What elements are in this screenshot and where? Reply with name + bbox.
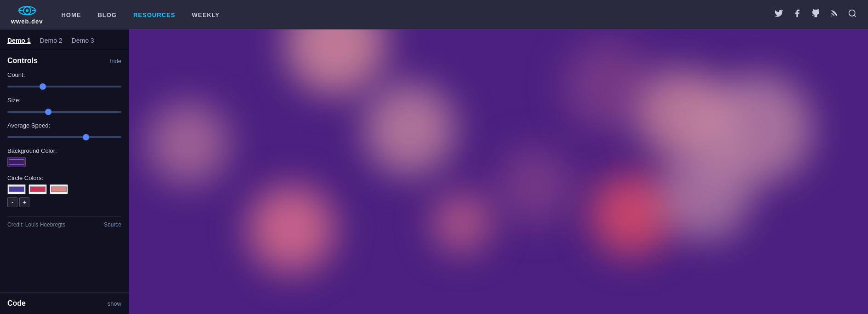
bubble-0 (285, 29, 386, 94)
svg-point-5 (831, 16, 832, 17)
rss-icon[interactable] (829, 9, 839, 20)
code-section: Code show (0, 292, 129, 314)
add-color-button[interactable]: + (19, 197, 29, 207)
navbar: wweb.dev HOME BLOG RESOURCES WEEKLY (0, 0, 868, 29)
credit-row: Credit: Louis Hoebregts Source (7, 216, 121, 228)
controls-title: Controls (7, 57, 38, 65)
logo-text: wweb.dev (11, 18, 43, 25)
bubble-2 (364, 83, 456, 175)
demo-tab-3[interactable]: Demo 3 (72, 37, 94, 44)
size-control: Size: (7, 97, 121, 115)
bubble-7 (248, 185, 335, 273)
bg-color-control: Background Color: (7, 147, 121, 167)
canvas-area (129, 29, 868, 314)
credit-text: Credit: Louis Hoebregts (7, 221, 65, 228)
show-link[interactable]: show (108, 300, 121, 307)
hide-link[interactable]: hide (110, 58, 121, 64)
bg-color-label: Background Color: (7, 147, 121, 154)
search-icon[interactable] (848, 9, 857, 20)
size-label: Size: (7, 97, 121, 104)
remove-color-button[interactable]: - (7, 197, 17, 207)
svg-point-2 (26, 9, 29, 12)
bubble-9 (432, 193, 491, 253)
demo-tabs: Demo 1 Demo 2 Demo 3 (0, 29, 129, 50)
speed-slider[interactable] (7, 136, 121, 138)
count-control: Count: (7, 71, 121, 89)
circle-colors-row (7, 184, 121, 194)
site-logo[interactable]: wweb.dev (11, 4, 43, 25)
nav-blog[interactable]: BLOG (97, 12, 117, 18)
nav-links: HOME BLOG RESOURCES WEEKLY (61, 11, 219, 19)
bg-color-picker[interactable] (7, 157, 26, 167)
bubble-3 (496, 147, 574, 225)
add-remove-row: - + (7, 197, 121, 207)
nav-resources[interactable]: RESOURCES (133, 12, 175, 18)
count-slider[interactable] (7, 86, 121, 87)
circle-color-3[interactable] (50, 184, 68, 194)
controls-header: Controls hide (7, 57, 121, 65)
speed-label: Average Speed: (7, 122, 121, 129)
nav-icon-group (774, 9, 857, 20)
facebook-icon[interactable] (793, 9, 802, 20)
svg-point-6 (849, 10, 855, 16)
main-area: Demo 1 Demo 2 Demo 3 Controls hide Count… (0, 29, 868, 314)
demo-tab-2[interactable]: Demo 2 (40, 37, 63, 44)
circle-colors-control: Circle Colors: - + (7, 174, 121, 207)
sidebar: Demo 1 Demo 2 Demo 3 Controls hide Count… (0, 29, 129, 314)
bubble-10 (659, 148, 751, 240)
circle-colors-label: Circle Colors: (7, 174, 121, 181)
nav-weekly[interactable]: WEEKLY (192, 12, 219, 18)
source-link[interactable]: Source (104, 221, 121, 228)
github-icon[interactable] (811, 9, 820, 20)
demo-tab-1[interactable]: Demo 1 (7, 37, 31, 44)
code-title: Code (7, 299, 26, 308)
twitter-icon[interactable] (774, 9, 783, 20)
speed-control: Average Speed: (7, 122, 121, 140)
nav-home[interactable]: HOME (61, 12, 81, 18)
circle-color-1[interactable] (7, 184, 26, 194)
bubble-1 (147, 102, 229, 185)
svg-line-7 (854, 15, 856, 17)
count-label: Count: (7, 71, 121, 78)
circle-color-2[interactable] (29, 184, 47, 194)
size-slider[interactable] (7, 111, 121, 113)
controls-section: Controls hide Count: Size: Average Speed… (0, 50, 129, 292)
